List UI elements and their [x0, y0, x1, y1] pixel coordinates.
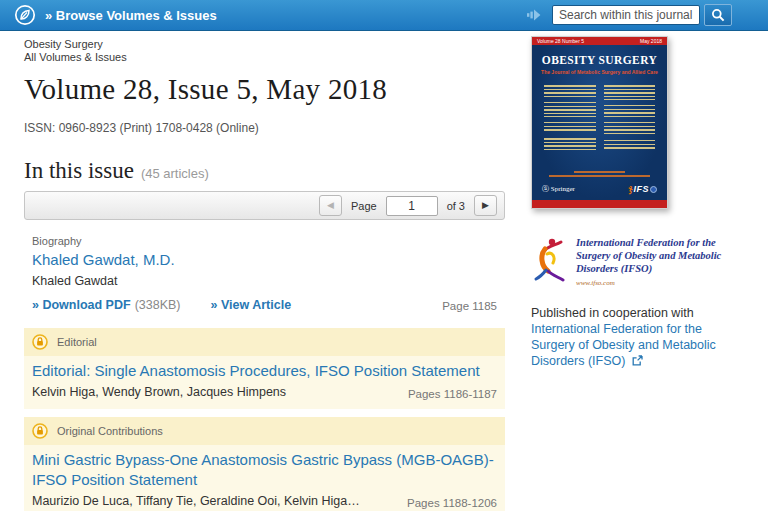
article-authors: Kelvin Higa, Wendy Brown, Jacques Himpen… — [32, 384, 286, 400]
cover-date-label: May 2018 — [640, 38, 662, 44]
lock-icon — [32, 423, 48, 439]
article-authors: Khaled Gawdat — [32, 273, 117, 289]
article-pages: Pages 1188-1206 — [395, 497, 497, 509]
page-number-input[interactable] — [386, 196, 438, 216]
ifso-globe-icon — [650, 186, 657, 193]
magnifier-icon — [711, 8, 725, 22]
main-column: Obesity Surgery All Volumes & Issues Vol… — [24, 38, 505, 511]
cover-toc-columns — [532, 75, 667, 169]
ifso-name-text: International Federation for the Surgery… — [576, 236, 749, 290]
page-of-label: of 3 — [447, 200, 465, 212]
cover-body: OBESITY SURGERY The Journal of Metabolic… — [532, 45, 667, 200]
search-input[interactable] — [552, 5, 700, 25]
ifso-figure-glyph: ჯ — [628, 184, 632, 194]
breadcrumb: Obesity Surgery All Volumes & Issues — [24, 38, 505, 64]
cover-journal-subtitle: The Journal of Metabolic Surgery and All… — [532, 69, 667, 75]
article-list: Biography Khaled Gawdat, M.D. Khaled Gaw… — [24, 230, 505, 511]
article-category: Original Contributions — [57, 425, 163, 437]
article-title-link[interactable]: Editorial: Single Anastomosis Procedures… — [32, 361, 497, 381]
article-category: Editorial — [57, 336, 97, 348]
view-article-link[interactable]: » View Article — [210, 298, 291, 312]
pagination-bar: ◀ Page of 3 ▶ — [24, 191, 505, 220]
issue-heading: In this issue (45 articles) — [24, 158, 505, 184]
ifso-letters: IFS — [633, 184, 649, 194]
cover-ifso-logo: ჯ IFS — [628, 184, 657, 194]
external-link-icon — [632, 355, 643, 366]
article-title-link[interactable]: Khaled Gawdat, M.D. — [32, 250, 497, 270]
sidebar: Volume 28 Number 5 May 2018 OBESITY SURG… — [531, 36, 749, 369]
ifso-logo-block: International Federation for the Surgery… — [531, 236, 749, 290]
download-size: (338KB) — [135, 298, 181, 312]
article-title-link[interactable]: Mini Gastric Bypass-One Anastomosis Gast… — [32, 450, 497, 490]
page-title: Volume 28, Issue 5, May 2018 — [24, 73, 505, 106]
cover-top-stripe: Volume 28 Number 5 May 2018 — [532, 37, 667, 45]
springer-logo-label: Springer — [551, 185, 575, 193]
breadcrumb-journal[interactable]: Obesity Surgery — [24, 38, 505, 51]
ifso-name: International Federation for the Surgery… — [576, 237, 721, 274]
article-category: Biography — [32, 233, 497, 248]
article-item: Biography Khaled Gawdat, M.D. Khaled Gaw… — [24, 230, 505, 320]
previous-page-button[interactable]: ◀ — [319, 195, 342, 216]
journal-cover-image[interactable]: Volume 28 Number 5 May 2018 OBESITY SURG… — [531, 36, 668, 209]
ifso-url: www.ifso.com — [576, 277, 749, 290]
download-pdf-label: » Download PDF — [32, 298, 131, 312]
download-pdf-link[interactable]: » Download PDF(338KB) — [32, 298, 180, 312]
cover-journal-title: OBESITY SURGERY — [532, 54, 667, 66]
article-count: (45 articles) — [141, 166, 209, 181]
article-item: Original Contributions Mini Gastric Bypa… — [24, 417, 505, 511]
article-pages: Page 1185 — [430, 300, 497, 312]
lock-icon — [32, 334, 48, 350]
breadcrumb-all-volumes[interactable]: All Volumes & Issues — [24, 51, 505, 64]
next-page-button[interactable]: ▶ — [474, 195, 497, 216]
cover-footnote-lines — [542, 171, 657, 177]
browse-volumes-link[interactable]: » Browse Volumes & Issues — [45, 8, 217, 23]
springer-logo: ⓢ Springer — [542, 184, 575, 194]
cooperation-prefix: Published in cooperation with — [531, 305, 749, 321]
cover-volume-label: Volume 28 Number 5 — [537, 38, 584, 44]
page-label: Page — [351, 200, 377, 212]
article-pages: Pages 1186-1187 — [396, 388, 497, 400]
in-this-issue-title: In this issue — [24, 158, 134, 184]
expand-search-arrow-icon[interactable] — [526, 7, 542, 23]
ifso-figure-icon[interactable] — [531, 236, 567, 282]
ifso-cooperation-link-text: International Federation for the Surgery… — [531, 322, 716, 368]
cooperation-block: Published in cooperation with Internatio… — [531, 305, 749, 369]
springer-compass-icon — [14, 4, 36, 26]
search-button[interactable] — [704, 4, 732, 26]
top-bar: » Browse Volumes & Issues — [0, 0, 768, 31]
article-item: Editorial Editorial: Single Anastomosis … — [24, 328, 505, 409]
article-authors: Maurizio De Luca, Tiffany Tie, Geraldine… — [32, 493, 360, 509]
ifso-cooperation-link[interactable]: International Federation for the Surgery… — [531, 322, 716, 368]
issn-text: ISSN: 0960-8923 (Print) 1708-0428 (Onlin… — [24, 121, 505, 135]
cover-bottom-stripe — [532, 200, 667, 208]
